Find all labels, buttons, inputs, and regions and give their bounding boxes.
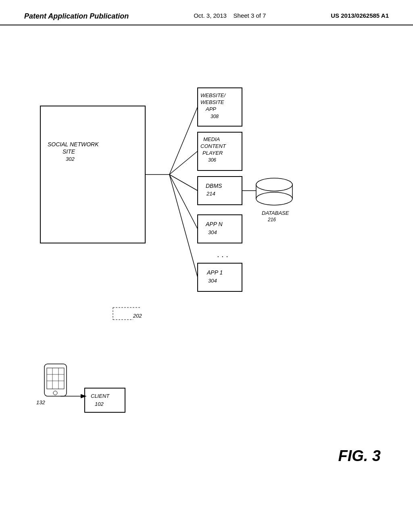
svg-rect-20 bbox=[44, 364, 67, 396]
svg-line-3 bbox=[169, 107, 198, 175]
svg-point-26 bbox=[53, 391, 57, 395]
app1-label2: 304 bbox=[208, 278, 217, 284]
mobile-device: 132 bbox=[36, 364, 67, 405]
media-label3: PLAYER bbox=[202, 150, 223, 156]
svg-point-8 bbox=[256, 178, 292, 191]
figure-label: FIG. 3 bbox=[338, 447, 381, 465]
svg-rect-13 bbox=[198, 215, 242, 243]
media-label1: MEDIA bbox=[203, 136, 220, 142]
svg-rect-0 bbox=[40, 106, 145, 243]
patent-number: US 2013/0262585 A1 bbox=[331, 12, 389, 19]
website-label3: APP bbox=[205, 106, 216, 112]
diagram-area: SOCIAL NETWORK SITE 302 WEBSITE/ WEBSITE… bbox=[0, 25, 413, 517]
social-network-label2: SITE bbox=[63, 148, 75, 155]
website-label4: 308 bbox=[211, 114, 219, 119]
app1-label1: APP 1 bbox=[206, 269, 223, 276]
media-label4: 306 bbox=[208, 157, 216, 163]
client-label1: CLIENT bbox=[91, 393, 110, 399]
svg-line-5 bbox=[169, 151, 198, 175]
date-sheet: Oct. 3, 2013 Sheet 3 of 7 bbox=[194, 12, 266, 19]
database-label2: 216 bbox=[267, 217, 276, 222]
social-network-label1: SOCIAL NETWORK bbox=[48, 141, 99, 148]
ellipsis: . . . bbox=[217, 250, 228, 259]
svg-line-16 bbox=[169, 175, 198, 277]
publication-title: Patent Application Publication bbox=[24, 12, 129, 21]
main-diagram-svg: SOCIAL NETWORK SITE 302 WEBSITE/ WEBSITE… bbox=[0, 25, 413, 517]
svg-point-11 bbox=[256, 192, 292, 205]
page-header: Patent Application Publication Oct. 3, 2… bbox=[0, 0, 413, 25]
database-label1: DATABASE bbox=[262, 210, 289, 216]
social-network-label3: 302 bbox=[66, 156, 75, 162]
website-label1: WEBSITE/ bbox=[200, 92, 226, 98]
svg-rect-6 bbox=[198, 177, 242, 205]
appn-label2: 304 bbox=[208, 229, 217, 235]
media-label2: CONTENT bbox=[200, 143, 226, 149]
ref-202: 202 bbox=[133, 313, 142, 319]
dbms-label2: 214 bbox=[206, 191, 215, 197]
ref-132: 132 bbox=[36, 399, 45, 405]
website-label2: WEBSITE bbox=[200, 99, 224, 105]
publication-date: Oct. 3, 2013 bbox=[194, 12, 227, 19]
dbms-label1: DBMS bbox=[206, 183, 222, 189]
svg-rect-21 bbox=[47, 368, 64, 389]
sheet-info: Sheet 3 of 7 bbox=[234, 12, 266, 19]
client-label2: 102 bbox=[95, 401, 104, 407]
appn-label1: APP N bbox=[205, 221, 223, 227]
svg-rect-28 bbox=[85, 388, 125, 412]
svg-rect-15 bbox=[198, 263, 242, 291]
